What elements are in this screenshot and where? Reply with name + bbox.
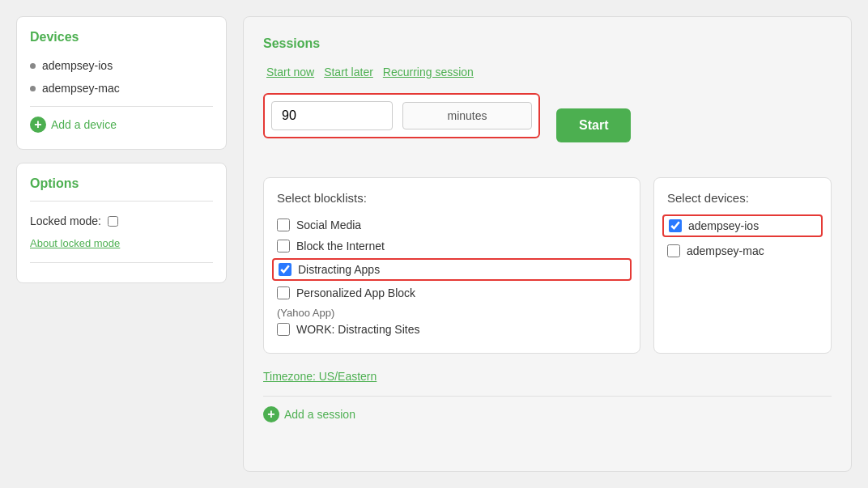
select-devices-card: Select devices: adempsey-ios adempsey-ma… <box>653 177 832 354</box>
add-device-label: Add a device <box>51 118 117 131</box>
options-title: Options <box>30 176 213 191</box>
blocklists-card: Select blocklists: Social Media Block th… <box>263 177 640 354</box>
add-session-icon: + <box>263 406 279 422</box>
divider-options-bottom <box>30 262 213 263</box>
label-device-ios: adempsey-ios <box>688 219 759 232</box>
bottom-section: Select blocklists: Social Media Block th… <box>263 177 832 354</box>
checkbox-internet[interactable] <box>277 240 290 252</box>
label-social-media: Social Media <box>296 219 361 231</box>
devices-title: Devices <box>30 30 213 45</box>
sessions-title: Sessions <box>263 36 832 51</box>
options-card: Options Locked mode: About locked mode <box>16 163 227 283</box>
start-button[interactable]: Start <box>556 108 631 142</box>
device-bullet-mac <box>30 86 36 91</box>
device-item-ios: adempsey-ios <box>30 54 213 77</box>
checkbox-device-ios[interactable] <box>669 219 682 232</box>
about-locked-mode-link[interactable]: About locked mode <box>30 234 213 256</box>
label-distracting-apps: Distracting Apps <box>298 263 380 276</box>
blocklist-internet: Block the Internet <box>277 236 627 257</box>
select-devices-title: Select devices: <box>667 191 818 205</box>
right-panel: Sessions Start now Start later Recurring… <box>243 16 852 472</box>
device-item-mac: adempsey-mac <box>30 77 213 100</box>
blocklist-distracting-apps: Distracting Apps <box>272 258 632 281</box>
label-work-sites: WORK: Distracting Sites <box>296 323 419 336</box>
add-session-label: Add a session <box>284 408 355 421</box>
device-name-ios: adempsey-ios <box>42 59 113 72</box>
locked-mode-checkbox[interactable] <box>108 216 118 227</box>
label-personalized: Personalized App Block <box>296 286 415 299</box>
tab-recurring-session[interactable]: Recurring session <box>380 64 477 80</box>
select-device-mac: adempsey-mac <box>667 240 818 261</box>
timezone-link[interactable]: Timezone: US/Eastern <box>263 370 832 383</box>
blocklist-work-sites: WORK: Distracting Sites <box>277 319 627 340</box>
devices-card: Devices adempsey-ios adempsey-mac + Add … <box>16 16 227 150</box>
add-device-icon: + <box>30 117 46 133</box>
left-panel: Devices adempsey-ios adempsey-mac + Add … <box>16 16 227 472</box>
yahoo-label: (Yahoo App) <box>277 303 627 319</box>
device-bullet-ios <box>30 63 36 69</box>
add-session-button[interactable]: + Add a session <box>263 403 355 426</box>
divider-add-session <box>263 396 832 397</box>
device-name-mac: adempsey-mac <box>42 82 120 95</box>
locked-mode-row: Locked mode: <box>30 208 213 234</box>
locked-mode-label: Locked mode: <box>30 214 101 227</box>
label-internet: Block the Internet <box>296 240 385 252</box>
label-device-mac: adempsey-mac <box>687 244 764 257</box>
tab-start-now[interactable]: Start now <box>263 64 317 80</box>
checkbox-social-media[interactable] <box>277 219 290 231</box>
duration-unit: minutes <box>402 102 532 129</box>
tab-start-later[interactable]: Start later <box>321 64 377 80</box>
checkbox-device-mac[interactable] <box>667 244 680 257</box>
blocklist-personalized: Personalized App Block <box>277 282 627 303</box>
select-device-ios: adempsey-ios <box>662 214 823 237</box>
duration-row: minutes <box>263 93 540 138</box>
duration-input[interactable] <box>271 101 393 130</box>
session-tabs: Start now Start later Recurring session <box>263 64 832 80</box>
blocklist-social-media: Social Media <box>277 214 627 236</box>
blocklists-title: Select blocklists: <box>277 191 627 205</box>
checkbox-personalized[interactable] <box>277 286 290 299</box>
divider-options-top <box>30 201 213 202</box>
checkbox-distracting-apps[interactable] <box>279 263 291 276</box>
divider-devices <box>30 106 213 107</box>
add-device-button[interactable]: + Add a device <box>30 113 117 136</box>
checkbox-work-sites[interactable] <box>277 323 290 336</box>
